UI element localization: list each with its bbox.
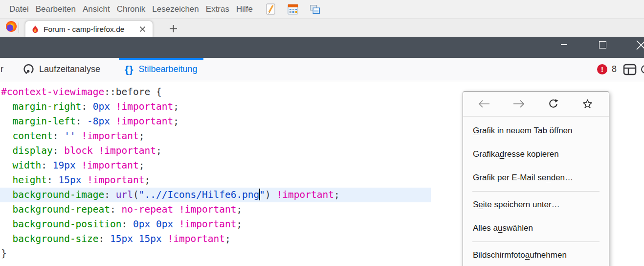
tab-title: Forum - camp-firefox.de bbox=[44, 25, 137, 34]
browser-tab[interactable]: Forum - camp-firefox.de bbox=[25, 21, 153, 37]
calendar-icon[interactable] bbox=[287, 3, 299, 16]
close-icon[interactable] bbox=[636, 40, 644, 52]
error-count: 8 bbox=[612, 64, 617, 74]
menubar-item-hilfe[interactable]: Hilfe bbox=[233, 4, 256, 14]
devtools-partial-tab[interactable]: r bbox=[0, 64, 3, 74]
star-icon[interactable] bbox=[579, 96, 596, 112]
context-menu-item[interactable]: Grafik in neuem Tab öffnen bbox=[463, 119, 609, 143]
minimize-icon[interactable] bbox=[561, 44, 567, 45]
context-menu: Grafik in neuem Tab öffnenGrafikadresse … bbox=[463, 91, 609, 266]
reload-icon[interactable] bbox=[545, 96, 561, 112]
error-badge-icon[interactable]: ! bbox=[597, 64, 607, 74]
firefox-logo[interactable] bbox=[6, 21, 17, 32]
tab-close-icon[interactable] bbox=[137, 24, 148, 35]
windows-copy-icon[interactable] bbox=[309, 3, 321, 16]
menubar-item-chronik[interactable]: Chronik bbox=[113, 4, 149, 14]
tab-label: Laufzeitanalyse bbox=[39, 64, 100, 74]
menu-separator bbox=[472, 191, 600, 192]
menubar-item-ansicht[interactable]: Ansicht bbox=[79, 4, 113, 14]
menubar-item-datei[interactable]: Datei bbox=[6, 4, 32, 14]
flame-favicon bbox=[31, 25, 39, 34]
dock-panel-icon[interactable] bbox=[623, 64, 637, 75]
context-menu-item[interactable]: Grafik per E-Mail senden… bbox=[463, 166, 609, 190]
menubar-items: DateiBearbeitenAnsichtChronikLesezeichen… bbox=[6, 4, 256, 14]
window-titlebar bbox=[0, 37, 644, 58]
devtools-toolbar: r Laufzeitanalyse {} Stilbearbeitung ! 8 bbox=[0, 58, 644, 81]
context-menu-nav bbox=[463, 92, 609, 117]
back-icon[interactable] bbox=[476, 96, 492, 112]
menubar-icons bbox=[265, 3, 321, 16]
active-tab-indicator bbox=[119, 58, 203, 60]
context-menu-item[interactable]: Grafikadresse kopieren bbox=[463, 143, 609, 166]
partial-circle-icon[interactable] bbox=[641, 65, 644, 73]
menubar-item-bearbeiten[interactable]: Bearbeiten bbox=[32, 4, 79, 14]
tab-stilbearbeitung[interactable]: {} Stilbearbeitung bbox=[119, 58, 203, 81]
browser-window: { "colors": { "accent_blue": "#0a84ff", … bbox=[0, 0, 644, 266]
tab-divider bbox=[19, 23, 19, 33]
context-menu-item[interactable]: Bildschirmfoto aufnehmen bbox=[463, 243, 609, 266]
forward-icon[interactable] bbox=[511, 96, 527, 112]
tab-strip: Forum - camp-firefox.de bbox=[0, 19, 644, 37]
menubar: DateiBearbeitenAnsichtChronikLesezeichen… bbox=[0, 0, 644, 19]
notepad-pencil-icon[interactable] bbox=[265, 3, 277, 16]
context-menu-item[interactable]: Seite speichern unter… bbox=[463, 193, 609, 217]
maximize-icon[interactable] bbox=[599, 41, 606, 48]
menubar-item-extras[interactable]: Extras bbox=[202, 4, 233, 14]
menu-separator bbox=[472, 242, 600, 242]
menubar-item-lesezeichen[interactable]: Lesezeichen bbox=[149, 4, 202, 14]
context-menu-item[interactable]: Alles auswählen bbox=[463, 217, 609, 240]
devtools-toolbar-right: ! 8 bbox=[597, 58, 644, 81]
tab-laufzeitanalyse[interactable]: Laufzeitanalyse bbox=[17, 58, 106, 81]
context-menu-items: Grafik in neuem Tab öffnenGrafikadresse … bbox=[463, 117, 609, 266]
braces-icon: {} bbox=[125, 64, 133, 75]
tab-label: Stilbearbeitung bbox=[138, 64, 197, 74]
new-tab-icon[interactable] bbox=[167, 22, 179, 35]
gauge-icon bbox=[23, 64, 34, 75]
